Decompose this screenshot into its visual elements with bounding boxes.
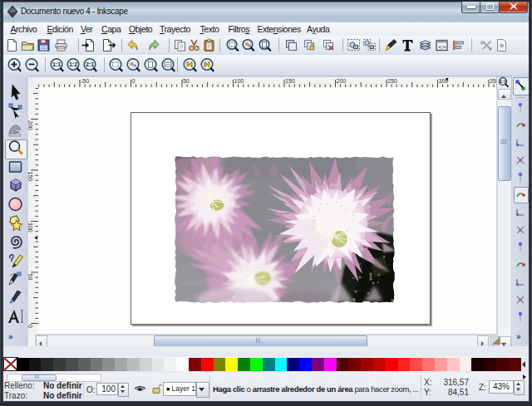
svg-text:1:1: 1:1 <box>52 61 61 67</box>
svg-text:0: 0 <box>28 325 33 328</box>
svg-text:1:2: 1:2 <box>69 61 77 67</box>
svg-text:2:1: 2:1 <box>86 61 94 67</box>
svg-text:100: 100 <box>28 223 33 232</box>
svg-text:150: 150 <box>28 172 33 182</box>
svg-text:50: 50 <box>183 78 190 84</box>
svg-text:200: 200 <box>337 78 347 84</box>
svg-text:150: 150 <box>285 78 295 84</box>
svg-text:350: 350 <box>490 78 496 84</box>
svg-text:0: 0 <box>132 78 135 84</box>
svg-text:100: 100 <box>234 78 244 84</box>
svg-text:<>: <> <box>438 43 446 51</box>
svg-text:1:1: 1:1 <box>500 79 506 84</box>
svg-text:-50: -50 <box>81 78 89 84</box>
svg-text:200: 200 <box>28 120 33 130</box>
svg-text:250: 250 <box>387 78 397 84</box>
svg-text:50: 50 <box>28 274 33 281</box>
